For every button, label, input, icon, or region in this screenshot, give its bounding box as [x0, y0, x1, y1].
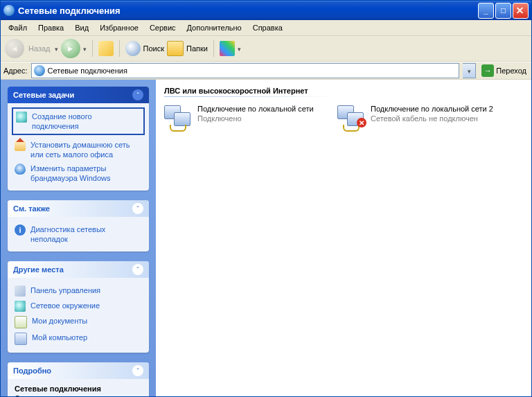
task-label: Сетевое окружение — [30, 301, 100, 310]
back-dropdown[interactable] — [55, 44, 58, 53]
panel-header[interactable]: См. также — [8, 200, 149, 217]
separator — [213, 40, 214, 57]
menu-edit[interactable]: Правка — [33, 22, 69, 33]
task-label: Мои документы — [32, 316, 87, 326]
go-icon: → — [481, 64, 494, 77]
panel-header[interactable]: Другие места — [8, 261, 149, 278]
task-label: Панель управления — [30, 285, 100, 295]
minimize-button[interactable]: _ — [478, 3, 494, 19]
place-my-documents[interactable]: Мои документы — [15, 314, 142, 330]
forward-dropdown[interactable] — [83, 44, 87, 53]
close-button[interactable] — [513, 3, 529, 19]
sidebar: Сетевые задачи Создание нового подключен… — [1, 80, 156, 396]
task-label: Изменить параметры брандмауэра Windows — [30, 164, 142, 183]
menu-extra[interactable]: Дополнительно — [182, 22, 247, 33]
connection-icon: ✕ — [337, 104, 365, 132]
panel-header[interactable]: Сетевые задачи — [8, 87, 149, 103]
task-label: Мой компьютер — [32, 333, 87, 342]
task-diagnostics[interactable]: i Диагностика сетевых неполадок — [15, 222, 142, 246]
collapse-icon — [132, 365, 143, 376]
arrow-right-icon — [66, 44, 74, 53]
connection-status: Подключено — [197, 114, 314, 123]
menubar: Файл Правка Вид Избранное Сервис Дополни… — [1, 20, 531, 36]
address-bar: Адрес: Сетевые подключения → Переход — [1, 62, 531, 80]
panel-details: Подробно Сетевые подключения Системная п… — [8, 362, 149, 396]
task-label: Установить домашнюю сеть или сеть малого… — [30, 140, 142, 159]
place-my-computer[interactable]: Мой компьютер — [15, 330, 142, 347]
connection-status: Сетевой кабель не подключен — [371, 114, 493, 123]
computer-icon — [15, 333, 27, 345]
separator — [92, 40, 93, 57]
window: Сетевые подключения _ □ Файл Правка Вид … — [0, 0, 532, 397]
address-value: Сетевые подключения — [48, 67, 127, 75]
search-icon — [125, 41, 141, 56]
chevron-down-icon — [468, 67, 471, 75]
network-places-icon — [15, 301, 26, 312]
folders-icon — [167, 41, 184, 56]
back-label: Назад — [27, 44, 52, 53]
address-field[interactable]: Сетевые подключения — [31, 63, 460, 78]
menu-view[interactable]: Вид — [70, 22, 94, 33]
panel-title: Другие места — [13, 265, 64, 274]
collapse-icon — [132, 89, 143, 100]
error-icon: ✕ — [357, 118, 366, 127]
search-label: Поиск — [143, 44, 164, 53]
address-label: Адрес: — [3, 67, 28, 75]
section-title: ЛВС или высокоскоростной Интернет — [164, 87, 523, 95]
separator — [119, 40, 120, 57]
up-button[interactable] — [98, 41, 114, 56]
panel-title: Сетевые задачи — [13, 91, 74, 99]
section-rule — [164, 96, 337, 97]
menu-file[interactable]: Файл — [3, 22, 32, 33]
views-button[interactable] — [220, 41, 241, 56]
app-icon — [3, 5, 15, 16]
connection-item[interactable]: Подключение по локальной сети Подключено — [164, 104, 323, 132]
details-type: Системная папка — [15, 394, 76, 396]
place-network-places[interactable]: Сетевое окружение — [15, 299, 142, 314]
connection-name: Подключение по локальной сети 2 — [371, 104, 493, 114]
control-panel-icon — [15, 285, 26, 297]
task-label: Диагностика сетевых неполадок — [30, 224, 142, 244]
task-label: Создание нового подключения — [32, 112, 141, 131]
task-home-network[interactable]: Установить домашнюю сеть или сеть малого… — [15, 138, 142, 161]
connection-icon — [164, 104, 192, 132]
location-icon — [34, 65, 45, 76]
panel-header[interactable]: Подробно — [8, 362, 149, 379]
connection-item[interactable]: ✕ Подключение по локальной сети 2 Сетево… — [337, 104, 497, 132]
place-control-panel[interactable]: Панель управления — [15, 283, 142, 299]
new-connection-icon — [16, 112, 27, 123]
go-label: Переход — [496, 67, 526, 75]
folders-label: Папки — [186, 44, 208, 53]
panel-title: См. также — [13, 204, 50, 213]
collapse-icon — [132, 203, 143, 214]
info-icon: i — [15, 224, 26, 236]
go-button[interactable]: → Переход — [479, 64, 529, 77]
back-button[interactable] — [5, 39, 24, 58]
documents-icon — [15, 316, 27, 328]
shield-icon — [15, 164, 26, 175]
task-new-connection[interactable]: Создание нового подключения — [12, 107, 145, 135]
menu-favorites[interactable]: Избранное — [95, 22, 143, 33]
address-dropdown[interactable] — [463, 63, 476, 78]
forward-button[interactable] — [61, 39, 80, 58]
maximize-button[interactable]: □ — [495, 3, 511, 19]
panel-network-tasks: Сетевые задачи Создание нового подключен… — [8, 87, 149, 191]
folders-button[interactable]: Папки — [167, 41, 208, 56]
home-icon — [15, 140, 26, 151]
details-name: Сетевые подключения — [15, 385, 142, 393]
content-area: ЛВС или высокоскоростной Интернет Подклю… — [156, 80, 531, 396]
panel-title: Подробно — [13, 367, 51, 375]
menu-tools[interactable]: Сервис — [145, 22, 181, 33]
toolbar: Назад Поиск Папки — [1, 36, 531, 62]
arrow-left-icon — [11, 44, 19, 53]
collapse-icon — [132, 264, 143, 275]
task-firewall[interactable]: Изменить параметры брандмауэра Windows — [15, 161, 142, 185]
panel-other-places: Другие места Панель управления Сетевое о… — [8, 261, 149, 353]
chevron-down-icon — [238, 44, 241, 53]
titlebar: Сетевые подключения _ □ — [1, 1, 531, 20]
search-button[interactable]: Поиск — [125, 41, 164, 56]
connection-name: Подключение по локальной сети — [197, 104, 314, 114]
views-icon — [220, 41, 235, 56]
window-title: Сетевые подключения — [18, 6, 478, 16]
menu-help[interactable]: Справка — [248, 22, 287, 33]
